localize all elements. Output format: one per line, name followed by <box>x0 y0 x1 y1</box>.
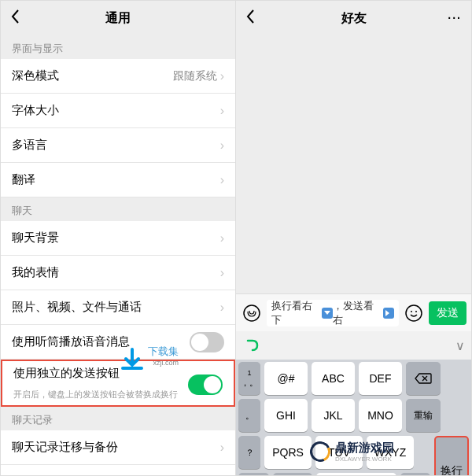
font-size-label: 字体大小 <box>12 103 220 118</box>
voice-icon[interactable] <box>241 302 263 324</box>
key-ghi[interactable]: GHI <box>264 399 308 432</box>
row-migrate[interactable]: 聊天记录迁移与备份 › <box>1 430 235 465</box>
key-symbols[interactable]: 符号 <box>238 473 269 475</box>
key-123[interactable]: 123 <box>273 473 312 475</box>
arrow-down-emoji <box>322 308 333 319</box>
more-icon[interactable]: ··· <box>448 12 462 24</box>
key-jkl[interactable]: JKL <box>312 399 355 432</box>
chat-background-label: 聊天背景 <box>12 231 220 245</box>
chat-messages-area[interactable] <box>236 35 471 293</box>
chevron-right-icon: › <box>220 138 224 153</box>
key-abc[interactable]: ABC <box>312 362 355 395</box>
chevron-right-icon: › <box>220 173 224 187</box>
dark-mode-label: 深色模式 <box>12 68 173 83</box>
input-text-1: 换行看右下 <box>271 299 322 327</box>
chevron-right-icon: › <box>220 475 224 476</box>
row-dark-mode[interactable]: 深色模式 跟随系统 › <box>1 59 235 94</box>
section-chat-header: 聊天 <box>1 197 235 221</box>
chevron-right-icon: › <box>220 441 224 455</box>
back-icon[interactable] <box>245 9 255 24</box>
media-label: 照片、视频、文件与通话 <box>12 300 220 315</box>
send-button-toggle[interactable] <box>188 375 223 395</box>
dark-mode-value: 跟随系统 <box>173 69 217 83</box>
key-enter-highlighted[interactable]: 换行 <box>434 436 469 475</box>
key-wxyz[interactable]: WXYZ <box>367 436 414 469</box>
row-chat-background[interactable]: 聊天背景 › <box>1 221 235 256</box>
arrow-right-emoji <box>383 308 394 319</box>
key-at[interactable]: @# <box>264 362 308 395</box>
svg-point-0 <box>244 305 260 321</box>
key-space[interactable] <box>316 473 396 475</box>
key-tuv[interactable]: TUV <box>315 436 363 469</box>
settings-pane: 通用 界面与显示 深色模式 跟随系统 › 字体大小 › 多语言 › 翻译 › 聊… <box>1 1 236 475</box>
chevron-right-icon: › <box>220 69 224 83</box>
send-button[interactable]: 发送 <box>429 301 466 325</box>
row-language[interactable]: 多语言 › <box>1 128 235 163</box>
emoji-icon[interactable] <box>403 302 425 324</box>
section-history-header: 聊天记录 <box>1 407 235 430</box>
chevron-right-icon: › <box>220 231 224 245</box>
expand-icon[interactable]: ∨ <box>455 338 465 353</box>
svg-point-1 <box>406 305 422 321</box>
right-title: 好友 <box>341 10 367 27</box>
earpiece-toggle[interactable] <box>190 332 224 352</box>
key-backspace[interactable] <box>406 362 441 395</box>
row-media[interactable]: 照片、视频、文件与通话 › <box>1 290 235 325</box>
download-arrow-icon <box>118 346 146 375</box>
chat-pane: 好友 ··· 换行看右下，发送看右 发送 ∨ 1，。 @# ABC DEF 。 … <box>236 1 471 475</box>
keyboard-suggestion-bar: ∨ <box>236 331 471 360</box>
row-translate[interactable]: 翻译 › <box>1 163 235 197</box>
migrate-label: 聊天记录迁移与备份 <box>12 440 220 455</box>
chevron-right-icon: › <box>220 104 224 118</box>
chat-input-bar: 换行看右下，发送看右 发送 <box>236 293 471 331</box>
key-pqrs[interactable]: PQRS <box>264 436 312 469</box>
earpiece-label: 使用听筒播放语音消息 <box>12 334 190 349</box>
row-font-size[interactable]: 字体大小 › <box>1 94 235 128</box>
clear-label: 清空全部聊天记录 <box>12 474 220 475</box>
svg-point-2 <box>411 311 412 312</box>
send-button-sub: 开启后，键盘上的发送按钮会被替换成换行 <box>13 389 178 400</box>
left-title: 通用 <box>105 10 131 27</box>
key-period[interactable]: 。 <box>238 399 260 432</box>
back-icon[interactable] <box>10 9 20 24</box>
key-question[interactable]: ？ <box>238 436 260 469</box>
send-button-label: 使用独立的发送按钮 <box>13 366 120 387</box>
ime-logo-icon[interactable] <box>242 335 263 356</box>
stickers-label: 我的表情 <box>12 265 220 280</box>
key-retype[interactable]: 重输 <box>406 399 441 432</box>
input-text-2: ，发送看右 <box>333 299 383 327</box>
chevron-right-icon: › <box>220 266 224 280</box>
keyboard: 1，。 @# ABC DEF 。 GHI JKL MNO 重输 ？ PQRS T… <box>236 360 471 475</box>
key-cn-en[interactable]: 中英 <box>400 473 430 475</box>
language-label: 多语言 <box>12 138 220 153</box>
translate-label: 翻译 <box>12 172 220 187</box>
chevron-right-icon: › <box>220 301 224 315</box>
message-input[interactable]: 换行看右下，发送看右 <box>267 300 399 327</box>
key-punct[interactable]: 1，。 <box>238 362 260 395</box>
key-mno[interactable]: MNO <box>359 399 402 432</box>
right-header: 好友 ··· <box>236 1 471 35</box>
svg-point-3 <box>415 311 417 312</box>
row-stickers[interactable]: 我的表情 › <box>1 256 235 290</box>
section-display-header: 界面与显示 <box>1 35 235 59</box>
row-clear[interactable]: 清空全部聊天记录 › <box>1 465 235 475</box>
left-header: 通用 <box>1 1 235 35</box>
key-def[interactable]: DEF <box>359 362 402 395</box>
